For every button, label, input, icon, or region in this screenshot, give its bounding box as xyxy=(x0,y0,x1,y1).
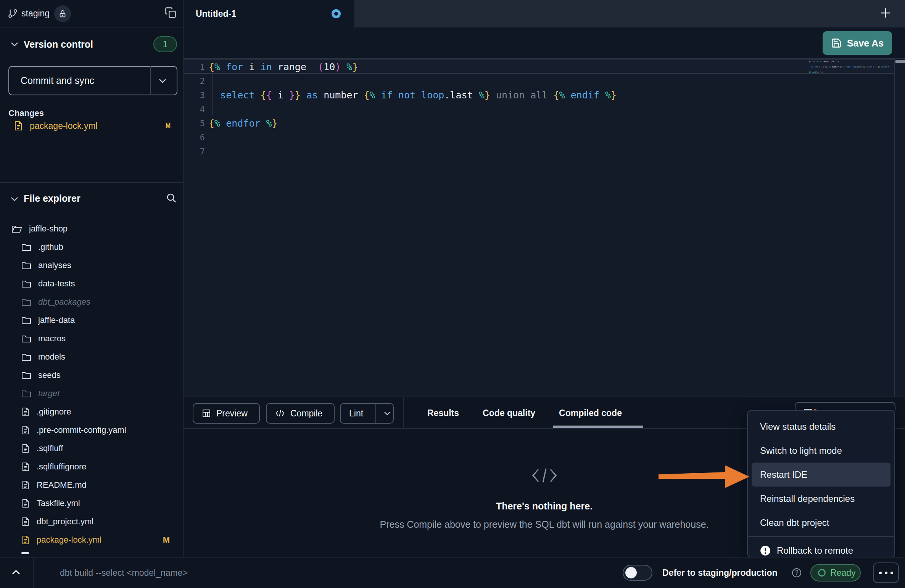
expand-command-bar-icon[interactable] xyxy=(11,569,21,576)
tab-compiled-code[interactable]: Compiled code xyxy=(559,408,622,418)
empty-code-icon xyxy=(531,466,557,485)
save-as-button[interactable]: Save As xyxy=(823,31,892,55)
code-icon xyxy=(275,409,285,418)
lint-options-caret[interactable] xyxy=(381,411,393,416)
file-icon xyxy=(14,121,23,131)
file-icon xyxy=(21,535,30,545)
lint-button[interactable]: Lint xyxy=(340,403,394,424)
toolbar-divider xyxy=(403,397,404,429)
compile-button[interactable]: Compile xyxy=(266,403,335,424)
changed-file-row[interactable]: package-lock.yml M xyxy=(0,117,184,134)
ide-options-menu: View status detailsSwitch to light modeR… xyxy=(747,410,895,558)
editor-scrollbar-thumb[interactable] xyxy=(895,60,905,63)
changed-file-name: package-lock.yml xyxy=(30,121,98,131)
file-tree-item-.pre-commit-config.yaml[interactable]: .pre-commit-config.yaml xyxy=(0,421,183,439)
file-tree-item-.sqlfluff[interactable]: .sqlfluff xyxy=(0,439,183,458)
folder-icon xyxy=(21,280,31,288)
section-divider xyxy=(0,182,183,183)
ready-status-badge[interactable]: Ready xyxy=(810,564,861,582)
lock-icon xyxy=(58,10,67,18)
file-icon xyxy=(21,498,30,508)
folder-icon xyxy=(21,371,31,379)
folder-icon xyxy=(21,316,31,325)
file-tree-item-jaffle-data[interactable]: jaffle-data xyxy=(0,311,183,329)
folder-open-icon xyxy=(11,225,22,233)
file-icon xyxy=(21,407,30,417)
code-lines: 1{% for i in range (10) %}23 select {{ i… xyxy=(184,59,905,159)
tab-results[interactable]: Results xyxy=(427,408,459,418)
file-explorer-collapse-icon[interactable] xyxy=(10,196,19,202)
folder-icon xyxy=(21,243,31,251)
version-control-collapse-icon[interactable] xyxy=(10,41,19,47)
unsaved-dot-icon xyxy=(332,9,341,18)
code-editor[interactable]: 1{% for i in range (10) %}23 select {{ i… xyxy=(184,58,905,397)
menu-item-restart-ide[interactable]: Restart IDE xyxy=(752,463,891,487)
minimap-divider xyxy=(894,59,895,397)
help-icon[interactable]: ? xyxy=(792,568,801,577)
defer-toggle[interactable] xyxy=(623,565,652,581)
menu-item-reinstall-dependencies[interactable]: Reinstall dependencies xyxy=(752,487,891,511)
code-line-4[interactable]: 4 xyxy=(184,102,905,116)
version-control-title: Version control xyxy=(24,39,93,50)
ready-ring-icon xyxy=(818,569,826,577)
file-tree-item-jaffle-shop[interactable]: jaffle-shop xyxy=(0,220,183,238)
search-icon[interactable] xyxy=(166,192,177,204)
sidebar: staging Version control 1 Commit and syn… xyxy=(0,0,184,557)
defer-label: Defer to staging/production xyxy=(662,557,778,588)
menu-item-switch-to-light-mode[interactable]: Switch to light mode xyxy=(752,439,891,463)
commit-options-caret[interactable] xyxy=(151,78,174,84)
code-line-6[interactable]: 6 xyxy=(184,130,905,145)
command-bar: dbt build --select <model_name> Defer to… xyxy=(0,557,905,588)
tab-title: Untitled-1 xyxy=(184,9,236,19)
alert-icon xyxy=(760,545,771,556)
preview-button[interactable]: Preview xyxy=(193,403,260,424)
file-tree-item-seeds[interactable]: seeds xyxy=(0,366,183,384)
file-icon xyxy=(21,462,30,472)
command-input[interactable]: dbt build --select <model_name> xyxy=(60,557,518,588)
code-line-2[interactable]: 2 xyxy=(184,74,905,88)
result-tabs: ResultsCode qualityCompiled code xyxy=(427,397,622,429)
file-tree-item-data-tests[interactable]: data-tests xyxy=(0,275,183,293)
active-tab-underline xyxy=(553,426,643,428)
code-line-1[interactable]: 1{% for i in range (10) %} xyxy=(184,60,905,74)
clipped-tree-row xyxy=(21,552,29,554)
menu-item-clean-dbt-project[interactable]: Clean dbt project xyxy=(752,511,891,535)
file-tree-item-target[interactable]: target xyxy=(0,384,183,403)
new-tab-button[interactable] xyxy=(880,7,891,19)
file-tree: jaffle-shop.githubanalysesdata-testsdbt_… xyxy=(0,220,183,549)
copy-icon[interactable] xyxy=(165,7,176,18)
minimap[interactable]: {% for i in range (10) %} select {{ i }}… xyxy=(809,60,895,79)
editor-header: Save As xyxy=(184,27,905,58)
modified-badge: M xyxy=(163,535,170,545)
folder-icon xyxy=(21,389,31,398)
folder-icon xyxy=(21,261,31,270)
changes-count-badge: 1 xyxy=(153,36,177,52)
branch-lock-chip xyxy=(54,5,71,22)
file-tree-item-README.md[interactable]: README.md xyxy=(0,476,183,494)
branch-selector[interactable]: staging xyxy=(21,0,50,27)
file-tree-item-macros[interactable]: macros xyxy=(0,329,183,348)
more-options-button[interactable] xyxy=(873,562,899,583)
save-icon xyxy=(831,38,842,48)
branch-header: staging xyxy=(0,0,184,27)
commit-and-sync-button[interactable]: Commit and sync xyxy=(8,66,177,95)
file-tree-item-.sqlfluffignore[interactable]: .sqlfluffignore xyxy=(0,458,183,476)
menu-item-view-status-details[interactable]: View status details xyxy=(752,414,891,439)
editor-tab-bar: Untitled-1 xyxy=(184,0,905,27)
file-tree-item-analyses[interactable]: analyses xyxy=(0,256,183,275)
git-branch-icon xyxy=(8,8,18,19)
file-tree-item-.github[interactable]: .github xyxy=(0,238,183,256)
file-tree-item-Taskfile.yml[interactable]: Taskfile.yml xyxy=(0,494,183,512)
annotation-arrow-icon xyxy=(655,462,751,491)
code-line-3[interactable]: 3 select {{ i }} as number {% if not loo… xyxy=(184,88,905,102)
file-tree-item-dbt_project.yml[interactable]: dbt_project.yml xyxy=(0,512,183,531)
code-line-5[interactable]: 5{% endfor %} xyxy=(184,116,905,130)
code-line-7[interactable]: 7 xyxy=(184,145,905,159)
file-tree-item-models[interactable]: models xyxy=(0,348,183,366)
file-tree-item-package-lock.yml[interactable]: package-lock.ymlM xyxy=(0,531,183,549)
tab-code-quality[interactable]: Code quality xyxy=(483,408,535,418)
file-tree-item-dbt_packages[interactable]: dbt_packages xyxy=(0,293,183,311)
tab-untitled-1[interactable]: Untitled-1 xyxy=(184,0,354,27)
file-tree-item-.gitignore[interactable]: .gitignore xyxy=(0,403,183,421)
dbt-ide-window: staging Version control 1 Commit and syn… xyxy=(0,0,905,588)
